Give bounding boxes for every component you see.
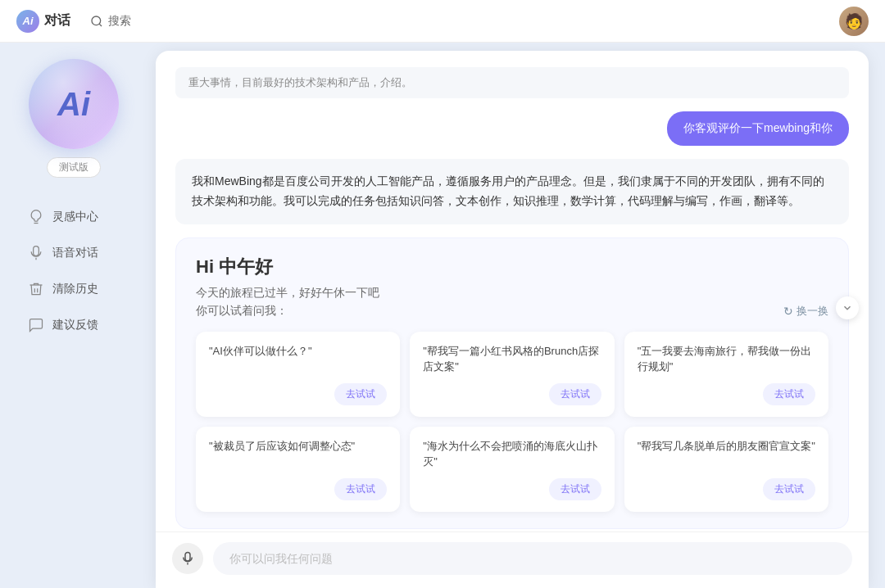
greeting-prompt-text: 你可以试着问我：: [196, 304, 288, 319]
search-label: 搜索: [108, 14, 131, 29]
try-button-5[interactable]: 去试试: [763, 478, 815, 500]
suggestion-card-5: "帮我写几条脱单后的朋友圈官宣文案" 去试试: [624, 427, 828, 512]
nav-title: 对话: [44, 12, 70, 29]
try-button-2[interactable]: 去试试: [763, 383, 815, 405]
chat-area: 重大事情，目前最好的技术架构和产品，介绍。 你客观评价一下mewbing和你 我…: [156, 51, 869, 588]
sidebar-label-clear: 清除历史: [52, 282, 98, 296]
ai-badge: 测试版: [47, 157, 101, 178]
suggestion-card-3: "被裁员了后应该如何调整心态" 去试试: [196, 427, 400, 512]
chat-input-area: [156, 531, 869, 588]
refresh-label: 换一换: [796, 304, 828, 319]
ai-logo-icon: Ai: [16, 10, 39, 33]
ai-logo-text: Ai: [57, 86, 90, 123]
ai-avatar: Ai: [29, 59, 119, 149]
greeting-card: Hi 中午好 今天的旅程已过半，好好午休一下吧 你可以试着问我： ↻ 换一换 "…: [175, 237, 849, 529]
suggestion-card-2: "五一我要去海南旅行，帮我做一份出行规划" 去试试: [624, 332, 828, 417]
user-avatar[interactable]: 🧑: [839, 7, 869, 36]
sidebar-label-inspiration: 灵感中心: [52, 210, 98, 224]
top-nav: Ai 对话 搜索 🧑: [0, 0, 885, 43]
prev-message: 重大事情，目前最好的技术架构和产品，介绍。: [175, 67, 849, 98]
nav-logo[interactable]: Ai 对话: [16, 10, 70, 33]
sidebar-item-clear[interactable]: 清除历史: [8, 273, 139, 305]
greeting-sub: 今天的旅程已过半，好好午休一下吧: [196, 286, 828, 301]
ai-message: 我和MewBing都是百度公司开发的人工智能产品，遵循服务用户的产品理念。但是，…: [175, 159, 849, 224]
try-button-0[interactable]: 去试试: [334, 383, 387, 405]
mic-button[interactable]: [172, 543, 203, 574]
scroll-down-button[interactable]: [836, 296, 859, 319]
user-bubble: 你客观评价一下mewbing和你: [667, 111, 849, 146]
trash-icon: [28, 281, 44, 297]
chevron-down-icon: [842, 302, 853, 314]
main-layout: Ai 测试版 灵感中心 语音对话: [0, 43, 885, 588]
svg-point-0: [92, 16, 101, 25]
sidebar-label-feedback: 建议反馈: [52, 318, 98, 332]
sidebar-label-voice: 语音对话: [52, 246, 98, 260]
search-icon: [90, 15, 103, 28]
refresh-icon: ↻: [783, 305, 793, 318]
try-button-4[interactable]: 去试试: [549, 478, 601, 500]
sidebar-item-inspiration[interactable]: 灵感中心: [8, 201, 139, 233]
suggestion-text-2: "五一我要去海南旅行，帮我做一份出行规划": [638, 343, 815, 375]
bulb-icon: [28, 209, 44, 225]
refresh-button[interactable]: ↻ 换一换: [783, 304, 828, 319]
suggestion-text-1: "帮我写一篇小红书风格的Brunch店探店文案": [423, 343, 601, 375]
chat-messages: 重大事情，目前最好的技术架构和产品，介绍。 你客观评价一下mewbing和你 我…: [156, 51, 869, 531]
svg-line-1: [99, 24, 102, 26]
suggestion-card-0: "AI伙伴可以做什么？" 去试试: [196, 332, 400, 417]
try-button-3[interactable]: 去试试: [334, 478, 387, 500]
sidebar: Ai 测试版 灵感中心 语音对话: [0, 43, 148, 588]
sidebar-item-feedback[interactable]: 建议反馈: [8, 309, 139, 341]
greeting-title: Hi 中午好: [196, 255, 828, 279]
nav-search-button[interactable]: 搜索: [90, 14, 131, 29]
sidebar-nav: 灵感中心 语音对话 清除历史: [0, 201, 148, 341]
ai-avatar-area: Ai 测试版: [29, 59, 119, 178]
microphone-icon: [180, 551, 195, 566]
chat-icon: [28, 317, 44, 333]
user-message: 你客观评价一下mewbing和你: [175, 111, 849, 146]
suggestion-card-4: "海水为什么不会把喷涌的海底火山扑灭" 去试试: [410, 427, 614, 512]
suggestion-text-4: "海水为什么不会把喷涌的海底火山扑灭": [423, 438, 601, 470]
suggestion-text-3: "被裁员了后应该如何调整心态": [209, 438, 387, 470]
suggestion-card-1: "帮我写一篇小红书风格的Brunch店探店文案" 去试试: [410, 332, 614, 417]
greeting-prompt: 你可以试着问我： ↻ 换一换: [196, 304, 828, 319]
sidebar-item-voice[interactable]: 语音对话: [8, 237, 139, 269]
chat-input[interactable]: [213, 542, 852, 575]
mic-icon: [28, 245, 44, 261]
suggestion-text-0: "AI伙伴可以做什么？": [209, 343, 387, 375]
suggestion-text-5: "帮我写几条脱单后的朋友圈官宣文案": [638, 438, 815, 470]
try-button-1[interactable]: 去试试: [549, 383, 601, 405]
suggestion-grid: "AI伙伴可以做什么？" 去试试 "帮我写一篇小红书风格的Brunch店探店文案…: [196, 332, 828, 512]
